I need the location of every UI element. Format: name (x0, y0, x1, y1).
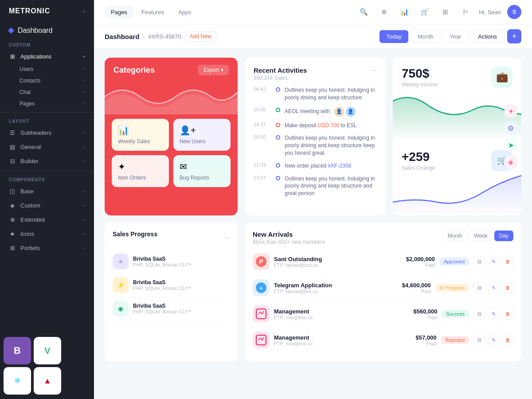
category-tile-new-users[interactable]: 👤+ New Users (173, 119, 231, 151)
sales-item: ⚡ Briviba SaaS PHP, SQLite, Artisan CLI™ (113, 274, 230, 297)
arr-actions-0: ⊟ ✎ 🗑 (473, 256, 513, 267)
category-tile-item-orders[interactable]: ✦ Item Orders (112, 155, 169, 187)
activity-item: 08:42 Outlines keep you honest. Indulgin… (254, 86, 377, 102)
arr-action-delete-0[interactable]: 🗑 (502, 256, 513, 267)
tab-apps[interactable]: Apps (172, 6, 198, 18)
act-time-1: 10:00 (254, 107, 271, 112)
right-icon-1[interactable]: ✦ (505, 105, 517, 117)
sales-item-name-2: Briviba SaaS (133, 303, 230, 309)
subheaders-chevron: › (84, 130, 85, 135)
arr-action-edit-1[interactable]: ✎ (488, 282, 499, 293)
cart-icon[interactable]: 🛒 (418, 5, 432, 19)
tab-pages[interactable]: Pages (105, 6, 133, 18)
add-new-button[interactable]: Add New (185, 31, 216, 42)
act-text-1: AEOL meeting with 👤 👤 (285, 107, 377, 117)
sales-title: Sales Progress (113, 231, 157, 238)
tab-week[interactable]: Week (469, 231, 492, 241)
right-icon-4[interactable]: ◈ (505, 156, 517, 168)
actions-button[interactable]: Actions (470, 30, 505, 43)
year-button[interactable]: Year (443, 30, 468, 43)
arr-action-copy-1[interactable]: ⊟ (473, 282, 485, 293)
custom-label: Custom (20, 202, 40, 209)
chat-chevron: › (84, 89, 85, 95)
weekly-sales-icon: 📊 (118, 125, 163, 136)
weekly-sales-label: Weekly Sales (118, 138, 163, 145)
arr-action-edit-2[interactable]: ✎ (488, 308, 499, 320)
custom-icon: ◈ (9, 202, 16, 209)
sales-item: ◉ Briviba SaaS PHP, SQLite, Artisan CLI™ (113, 297, 230, 321)
sidebar-item-subheaders[interactable]: ☰ Subheaders › (0, 125, 94, 140)
act-dot-2 (276, 123, 280, 127)
sales-item-icon-1: ⚡ (113, 277, 129, 293)
act-dot-4 (276, 163, 280, 168)
sales-menu-icon[interactable]: ··· (224, 234, 230, 241)
arr-action-edit-3[interactable]: ✎ (488, 334, 499, 346)
activities-card: Recent Activities 890,344 Sales ··· 08:4… (245, 58, 386, 215)
vue-logo: V (34, 337, 61, 364)
share-icon[interactable]: ⊕ (377, 5, 391, 19)
arr-icon-3 (253, 332, 270, 348)
sidebar-item-contacts[interactable]: Contacts › (0, 75, 94, 86)
activities-menu-icon[interactable]: ··· (371, 66, 377, 74)
arr-info-3: Management FTP: row@bnc.cc (274, 334, 411, 346)
sales-item: ≡ Briviba SaaS PHP, SQLite, Artisan CLI™ (113, 250, 230, 274)
sidebar-item-builder[interactable]: ⊟ Builder › (0, 154, 94, 168)
sidebar-item-extended[interactable]: ⊕ Extended › (0, 212, 94, 227)
chart-icon[interactable]: 📊 (397, 5, 411, 19)
grid-icon[interactable]: ⊞ (438, 5, 452, 19)
icons-label: Icons (20, 231, 34, 237)
export-button[interactable]: Export ▾ (198, 65, 229, 75)
add-button[interactable]: + (507, 29, 521, 43)
activities-header: Recent Activities 890,344 Sales ··· (254, 66, 377, 81)
act-text-0: Outlines keep you honest. Indulging in p… (285, 86, 377, 102)
app-name: METRONIC (9, 7, 50, 15)
arr-sub-3: FTP: row@bnc.cc (274, 341, 411, 346)
activity-item: 16:50 Outlines keep you honest. Indulgin… (254, 134, 377, 156)
new-users-label: New Users (180, 138, 224, 145)
category-tile-weekly-sales[interactable]: 📊 Weekly Sales (112, 119, 169, 151)
search-icon[interactable]: 🔍 (356, 5, 371, 19)
chat-label: Chat (20, 89, 31, 95)
arrivals-title: New Arrivals (253, 231, 325, 238)
section-layout-label: LAYOUT (0, 115, 94, 125)
sidebar-item-icons[interactable]: ★ Icons › (0, 227, 94, 241)
right-icon-3[interactable]: ➤ (505, 139, 517, 151)
category-tile-bug-reports[interactable]: ✉ Bug Reports (173, 155, 231, 187)
tab-day[interactable]: Day (494, 231, 513, 241)
right-icon-2[interactable]: ⚙ (505, 122, 517, 134)
sidebar-item-portlets[interactable]: ⊞ Portlets › (0, 241, 94, 255)
sidebar-item-dashboard[interactable]: Dashboard (0, 22, 94, 39)
stats-card: 750$ Weekly Income 💼 (393, 58, 521, 215)
user-avatar[interactable]: S (507, 5, 521, 19)
users-chevron: › (84, 66, 85, 72)
tab-features[interactable]: Features (135, 6, 170, 18)
tab-month[interactable]: Month (443, 231, 467, 241)
month-button[interactable]: Month (411, 30, 440, 43)
sidebar-collapse-icon[interactable]: ‹ (83, 8, 85, 15)
arr-action-copy-3[interactable]: ⊟ (473, 334, 485, 346)
today-button[interactable]: Today (379, 30, 408, 43)
arr-price-3: $57,000 (416, 334, 437, 341)
breadcrumb-separator: › (143, 33, 145, 39)
sidebar-item-general[interactable]: ▤ General › (0, 140, 94, 154)
svg-text:✈: ✈ (259, 286, 263, 291)
sidebar-item-applications[interactable]: ⊞ Applications ▾ (0, 49, 94, 63)
sidebar-item-users[interactable]: Users › (0, 63, 94, 75)
arrivals-tabs: Month Week Day (443, 231, 513, 241)
flag-icon[interactable]: 🏳 (458, 5, 473, 19)
builder-icon: ⊟ (9, 157, 16, 164)
sales-progress-card: Sales Progress ··· ≡ Briviba SaaS PHP, S… (105, 223, 238, 361)
sales-item-icon-0: ≡ (113, 254, 129, 270)
activities-title: Recent Activities (254, 66, 307, 74)
sidebar-item-custom[interactable]: ◈ Custom › (0, 198, 94, 212)
sidebar-item-chat[interactable]: Chat › (0, 86, 94, 98)
sidebar-item-base[interactable]: ◫ Base › (0, 184, 94, 198)
arr-action-copy-2[interactable]: ⊟ (473, 308, 485, 320)
arr-action-delete-1[interactable]: 🗑 (502, 282, 513, 293)
arr-action-copy-0[interactable]: ⊟ (473, 256, 485, 267)
sidebar-item-pages[interactable]: Pages › (0, 98, 94, 110)
arr-action-delete-2[interactable]: 🗑 (502, 308, 513, 320)
arr-action-delete-3[interactable]: 🗑 (502, 334, 513, 346)
arr-action-edit-0[interactable]: ✎ (488, 256, 499, 267)
act-dot-5 (276, 176, 280, 180)
